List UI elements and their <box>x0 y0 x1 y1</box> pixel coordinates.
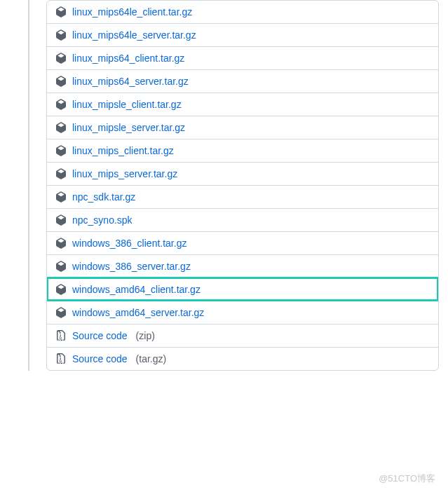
asset-row: windows_amd64_client.tar.gz <box>47 278 438 301</box>
package-icon <box>55 214 67 226</box>
package-icon <box>55 76 67 87</box>
file-zip-icon <box>55 330 67 341</box>
package-icon <box>55 29 67 41</box>
asset-row: Source code(tar.gz) <box>47 347 438 370</box>
package-icon <box>55 145 67 156</box>
asset-link[interactable]: linux_mips64le_client.tar.gz <box>72 6 192 18</box>
asset-row: linux_mips64le_client.tar.gz <box>47 1 438 23</box>
package-icon <box>55 99 67 110</box>
package-icon <box>55 6 67 18</box>
asset-link[interactable]: linux_mips64_server.tar.gz <box>72 76 189 87</box>
asset-row: windows_amd64_server.tar.gz <box>47 301 438 324</box>
package-icon <box>55 238 67 249</box>
asset-row: linux_mips64_server.tar.gz <box>47 69 438 93</box>
asset-row: npc_sdk.tar.gz <box>47 185 438 208</box>
asset-link[interactable]: linux_mips64le_server.tar.gz <box>72 29 196 41</box>
asset-link[interactable]: windows_amd64_server.tar.gz <box>72 307 204 318</box>
asset-link[interactable]: windows_386_server.tar.gz <box>72 261 191 272</box>
asset-row: linux_mipsle_server.tar.gz <box>47 116 438 139</box>
asset-link[interactable]: windows_386_client.tar.gz <box>72 238 186 249</box>
asset-row: windows_386_client.tar.gz <box>47 231 438 254</box>
asset-row: linux_mips_server.tar.gz <box>47 162 438 185</box>
package-icon <box>55 122 67 133</box>
asset-row: linux_mips64le_server.tar.gz <box>47 23 438 46</box>
asset-format: (tar.gz) <box>136 353 167 364</box>
asset-row: npc_syno.spk <box>47 208 438 231</box>
asset-link[interactable]: Source code <box>72 353 128 364</box>
asset-link[interactable]: windows_amd64_client.tar.gz <box>72 284 201 295</box>
asset-link[interactable]: npc_sdk.tar.gz <box>72 191 135 203</box>
asset-link[interactable]: linux_mips_client.tar.gz <box>72 145 174 156</box>
asset-link[interactable]: Source code <box>72 330 128 341</box>
asset-link[interactable]: linux_mipsle_client.tar.gz <box>72 99 182 110</box>
asset-format: (zip) <box>136 330 155 341</box>
asset-row: linux_mipsle_client.tar.gz <box>47 93 438 116</box>
package-icon <box>55 168 67 179</box>
asset-row: linux_mips64_client.tar.gz <box>47 46 438 69</box>
package-icon <box>55 191 67 203</box>
asset-link[interactable]: npc_syno.spk <box>72 214 133 226</box>
asset-link[interactable]: linux_mipsle_server.tar.gz <box>72 122 185 133</box>
package-icon <box>55 53 67 64</box>
asset-link[interactable]: linux_mips_server.tar.gz <box>72 168 177 179</box>
file-zip-icon <box>55 353 67 364</box>
package-icon <box>55 307 67 318</box>
asset-row: linux_mips_client.tar.gz <box>47 139 438 162</box>
package-icon <box>55 261 67 272</box>
package-icon <box>55 284 67 295</box>
asset-link[interactable]: linux_mips64_client.tar.gz <box>72 53 184 64</box>
asset-list: linux_mips64le_client.tar.gzlinux_mips64… <box>46 0 439 371</box>
asset-row: Source code(zip) <box>47 324 438 347</box>
asset-row: windows_386_server.tar.gz <box>47 254 438 278</box>
